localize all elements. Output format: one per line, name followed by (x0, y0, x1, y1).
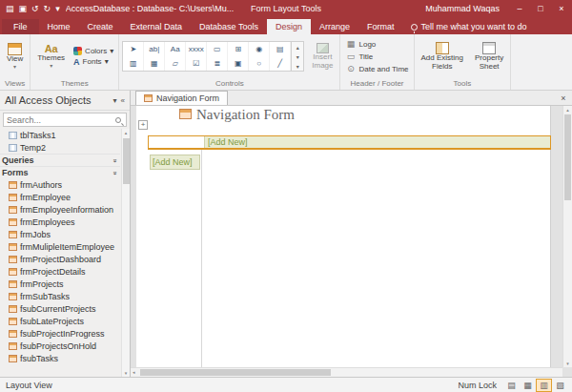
nav-pane-form-item[interactable]: frmMulipleItemEmployee (0, 240, 120, 253)
logo-button[interactable]: ▦ Logo (343, 39, 410, 49)
scrollbar-thumb[interactable] (564, 114, 571, 200)
nav-pane-form-item[interactable]: frmProjects (0, 278, 120, 290)
close-button[interactable]: × (551, 0, 572, 17)
control-icon[interactable]: ▭ (207, 42, 228, 56)
nav-pane-form-item[interactable]: fsubLateProjects (0, 315, 120, 327)
add-new-left-button[interactable]: [Add New] (150, 155, 200, 170)
qat-dropdown-icon[interactable]: ▾ (55, 4, 60, 13)
nav-pane-form-item[interactable]: frmEmployee (0, 191, 120, 203)
minimize-button[interactable]: – (509, 0, 530, 17)
save-icon[interactable]: ▣ (19, 4, 28, 13)
document-tab-navigation-form[interactable]: Navigation Form (135, 91, 228, 105)
design-view-icon[interactable]: ▧ (552, 379, 568, 392)
tab-create[interactable]: Create (79, 19, 122, 34)
date-time-button[interactable]: ⊙ Date and Time (343, 64, 410, 73)
add-existing-fields-icon (436, 42, 449, 54)
document-close-icon[interactable]: × (555, 91, 572, 105)
control-icon[interactable]: ◉ (249, 42, 270, 56)
nav-pane-scrollbar[interactable]: ▴ ▾ (121, 129, 130, 377)
add-existing-fields-button[interactable]: Add Existing Fields (418, 36, 467, 76)
canvas-vertical-scrollbar[interactable]: ▴ ▾ (562, 106, 572, 367)
nav-pane-form-item[interactable]: frmEmployeeInformation (0, 203, 120, 216)
property-sheet-button[interactable]: Property Sheet (471, 36, 507, 76)
nav-pane-section-forms[interactable]: Forms « (0, 166, 120, 178)
fonts-button[interactable]: A Fonts ▾ (72, 57, 115, 67)
themes-button[interactable]: Aa Themes ▾ (33, 36, 69, 76)
navigation-pane-header[interactable]: All Access Objects ▾ « (0, 91, 130, 111)
nav-pane-shutter-icon[interactable]: « (121, 96, 125, 105)
view-dropdown-icon: ▾ (13, 64, 16, 71)
nav-pane-form-item[interactable]: fsubProjectsOnHold (0, 340, 120, 352)
gallery-more-icon[interactable]: ▾ (292, 61, 303, 71)
tab-home[interactable]: Home (39, 19, 79, 34)
signed-in-user[interactable]: Muhammad Waqas (425, 4, 509, 13)
datasheet-view-icon[interactable]: ▦ (520, 379, 536, 392)
navigation-form[interactable]: + Navigation Form [Add New] [Add New] (136, 106, 551, 367)
layout-view-icon[interactable]: ▥ (536, 379, 552, 392)
control-icon[interactable]: ▣ (228, 56, 249, 71)
form-view-icon[interactable]: ▤ (503, 379, 520, 392)
control-icon[interactable]: ≣ (207, 56, 228, 71)
scroll-down-icon[interactable]: ▾ (563, 361, 572, 366)
scrollbar-thumb[interactable] (140, 369, 331, 376)
tab-design[interactable]: Design (267, 19, 311, 34)
control-icon[interactable]: ⊞ (228, 42, 249, 56)
tab-external-data[interactable]: External Data (122, 19, 192, 34)
nav-pane-section-queries[interactable]: Queries « (0, 154, 120, 166)
maximize-button[interactable]: □ (530, 0, 551, 17)
control-icon[interactable]: ▤ (270, 42, 291, 56)
scroll-down-icon[interactable]: ▾ (122, 370, 130, 376)
layout-selector-icon[interactable]: + (138, 120, 148, 130)
lightbulb-icon (411, 24, 418, 31)
tab-database-tools[interactable]: Database Tools (191, 19, 267, 34)
scroll-left-icon[interactable]: ◂ (133, 369, 135, 375)
gallery-down-icon[interactable]: ▾ (292, 52, 303, 61)
nav-pane-form-item[interactable]: frmJobs (0, 228, 120, 240)
nav-pane-form-item[interactable]: frmAuthors (0, 178, 120, 191)
nav-pane-form-item[interactable]: frmProjectDetails (0, 265, 120, 278)
control-icon[interactable]: ➤ (123, 42, 144, 56)
control-icon[interactable]: Aa (165, 42, 186, 56)
undo-icon[interactable]: ↺ (31, 4, 39, 13)
search-input[interactable] (7, 115, 115, 125)
search-box[interactable] (3, 113, 127, 127)
control-icon[interactable]: ▱ (165, 56, 186, 71)
insert-image-button[interactable]: Insert Image (308, 36, 337, 76)
scroll-up-icon[interactable]: ▴ (122, 130, 130, 135)
horizontal-nav-button-row[interactable]: [Add New] (148, 135, 551, 150)
control-icon[interactable]: xxxx (186, 42, 207, 56)
nav-pane-table-item[interactable]: tblTasks1 (0, 129, 120, 141)
scrollbar-thumb[interactable] (123, 138, 130, 184)
form-icon (9, 194, 17, 201)
form-icon (9, 206, 17, 214)
view-button[interactable]: View ▾ (3, 36, 27, 76)
colors-button[interactable]: Colors ▾ (72, 47, 115, 55)
form-icon (9, 243, 17, 251)
add-new-top-button[interactable]: [Add New] (204, 136, 550, 148)
control-icon[interactable]: ▦ (144, 56, 165, 71)
control-icon[interactable]: ○ (249, 56, 270, 71)
tab-arrange[interactable]: Arrange (311, 19, 358, 34)
nav-pane-form-item[interactable]: frmSubTasks (0, 290, 120, 302)
nav-pane-form-item[interactable]: fsubProjectInProgress (0, 327, 120, 340)
control-icon[interactable]: ╱ (270, 56, 291, 71)
tab-format[interactable]: Format (358, 19, 403, 34)
canvas-horizontal-scrollbar[interactable]: ◂ (131, 367, 562, 377)
nav-pane-form-item[interactable]: frmEmployees (0, 216, 120, 228)
form-icon (9, 256, 17, 263)
nav-pane-form-item[interactable]: frmProjectDashboard (0, 253, 120, 265)
control-icon[interactable]: ab| (144, 42, 165, 56)
gallery-up-icon[interactable]: ▴ (292, 42, 303, 52)
title-button[interactable]: ▭ Title (343, 52, 410, 61)
control-icon[interactable]: ☑ (186, 56, 207, 71)
form-title[interactable]: Navigation Form (196, 107, 295, 123)
nav-pane-table-item[interactable]: Temp2 (0, 141, 120, 154)
scroll-up-icon[interactable]: ▴ (563, 107, 572, 113)
nav-pane-dropdown-icon[interactable]: ▾ (113, 96, 117, 105)
nav-pane-form-item[interactable]: fsubTasks (0, 352, 120, 364)
nav-pane-form-item[interactable]: fsubCurrentProjects (0, 302, 120, 315)
tell-me-box[interactable]: Tell me what you want to do (411, 22, 527, 34)
redo-icon[interactable]: ↻ (44, 4, 51, 13)
tab-file[interactable]: File (2, 19, 39, 34)
control-icon[interactable]: ▥ (123, 56, 144, 71)
